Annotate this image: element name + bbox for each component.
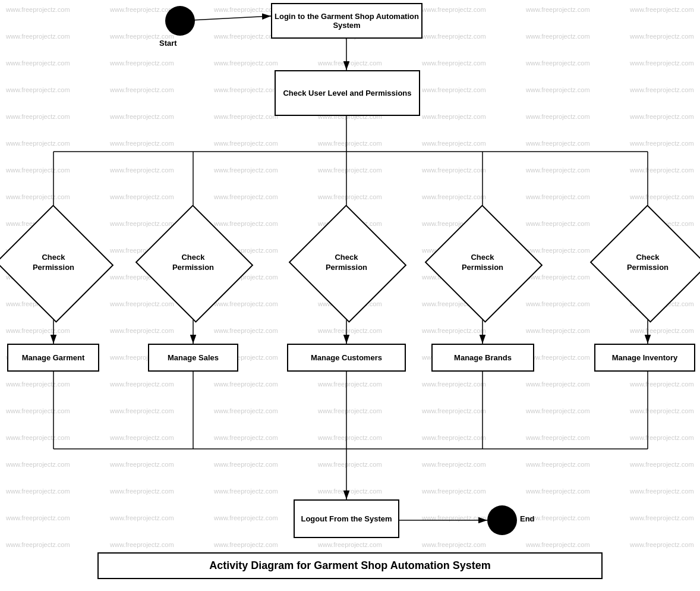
manage-sales-node: Manage Sales [148, 344, 238, 372]
check-permission-2: CheckPermission [152, 223, 235, 302]
manage-brands-label: Manage Brands [454, 353, 512, 362]
manage-inventory-label: Manage Inventory [612, 353, 678, 362]
logout-label: Logout From the System [298, 512, 394, 526]
check-permissions-node: Check User Level and Permissions [275, 70, 420, 116]
start-label: Start [159, 39, 177, 48]
manage-garment-node: Manage Garment [7, 344, 99, 372]
check-permissions-label: Check User Level and Permissions [280, 86, 414, 100]
manage-garment-label: Manage Garment [22, 353, 84, 362]
manage-customers-node: Manage Customers [287, 344, 406, 372]
check-permission-5: CheckPermission [606, 223, 689, 302]
check-permission-1: CheckPermission [12, 223, 95, 302]
manage-brands-node: Manage Brands [431, 344, 534, 372]
start-circle [165, 6, 195, 36]
login-node: Login to the Garment Shop Automation Sys… [271, 3, 422, 39]
logout-node: Logout From the System [294, 499, 399, 538]
manage-customers-label: Manage Customers [311, 353, 382, 362]
end-label: End [520, 514, 535, 523]
check-permission-3-label: CheckPermission [326, 253, 367, 273]
check-permission-5-label: CheckPermission [627, 253, 669, 273]
manage-sales-label: Manage Sales [168, 353, 219, 362]
check-permission-4: CheckPermission [441, 223, 524, 302]
check-permission-4-label: CheckPermission [462, 253, 503, 273]
check-permission-2-label: CheckPermission [172, 253, 214, 273]
end-circle [487, 505, 517, 535]
diagram-title: Activity Diagram for Garment Shop Automa… [97, 552, 603, 579]
manage-inventory-node: Manage Inventory [594, 344, 695, 372]
diagram-title-text: Activity Diagram for Garment Shop Automa… [209, 559, 490, 571]
check-permission-3: CheckPermission [305, 223, 388, 302]
login-label: Login to the Garment Shop Automation Sys… [272, 10, 421, 32]
check-permission-1-label: CheckPermission [33, 253, 74, 273]
